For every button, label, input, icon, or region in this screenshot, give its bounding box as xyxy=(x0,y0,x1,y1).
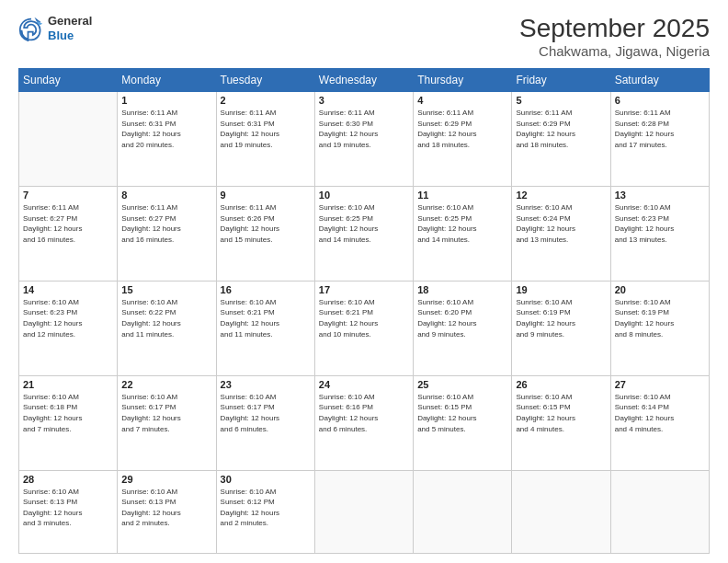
day-number: 6 xyxy=(615,95,705,106)
calendar-table: Sunday Monday Tuesday Wednesday Thursday… xyxy=(18,68,710,554)
day-number: 7 xyxy=(23,190,113,201)
table-row xyxy=(314,470,413,553)
day-info: Sunrise: 6:11 AM Sunset: 6:31 PM Dayligh… xyxy=(221,108,311,150)
day-number: 23 xyxy=(221,379,311,390)
general-blue-logo-icon xyxy=(18,16,44,41)
day-info: Sunrise: 6:10 AM Sunset: 6:15 PM Dayligh… xyxy=(417,392,507,434)
table-row: 23Sunrise: 6:10 AM Sunset: 6:17 PM Dayli… xyxy=(216,375,314,470)
day-number: 24 xyxy=(319,379,409,390)
day-info: Sunrise: 6:10 AM Sunset: 6:21 PM Dayligh… xyxy=(221,297,311,339)
day-number: 8 xyxy=(121,190,211,201)
table-row: 1Sunrise: 6:11 AM Sunset: 6:31 PM Daylig… xyxy=(118,92,216,187)
day-info: Sunrise: 6:10 AM Sunset: 6:17 PM Dayligh… xyxy=(221,392,311,434)
table-row: 29Sunrise: 6:10 AM Sunset: 6:13 PM Dayli… xyxy=(118,470,216,553)
day-number: 9 xyxy=(221,190,311,201)
table-row xyxy=(19,92,118,187)
title-block: September 2025 Chakwama, Jigawa, Nigeria xyxy=(519,14,710,59)
table-row: 19Sunrise: 6:10 AM Sunset: 6:19 PM Dayli… xyxy=(512,281,610,375)
day-number: 26 xyxy=(516,379,606,390)
day-number: 27 xyxy=(615,379,705,390)
day-info: Sunrise: 6:10 AM Sunset: 6:20 PM Dayligh… xyxy=(417,297,507,339)
table-row xyxy=(610,470,709,553)
table-row: 7Sunrise: 6:11 AM Sunset: 6:27 PM Daylig… xyxy=(19,186,118,281)
day-info: Sunrise: 6:10 AM Sunset: 6:13 PM Dayligh… xyxy=(121,487,211,529)
weekday-header-row: Sunday Monday Tuesday Wednesday Thursday… xyxy=(19,69,710,92)
day-number: 4 xyxy=(417,95,507,106)
day-number: 10 xyxy=(319,190,409,201)
day-info: Sunrise: 6:11 AM Sunset: 6:27 PM Dayligh… xyxy=(23,202,113,245)
table-row: 25Sunrise: 6:10 AM Sunset: 6:15 PM Dayli… xyxy=(414,375,512,470)
page: General Blue September 2025 Chakwama, Ji… xyxy=(0,0,728,563)
header-thursday: Thursday xyxy=(414,69,512,92)
day-info: Sunrise: 6:10 AM Sunset: 6:13 PM Dayligh… xyxy=(23,487,113,529)
day-number: 14 xyxy=(23,284,113,295)
day-info: Sunrise: 6:11 AM Sunset: 6:27 PM Dayligh… xyxy=(121,202,211,245)
table-row: 6Sunrise: 6:11 AM Sunset: 6:28 PM Daylig… xyxy=(610,92,709,187)
day-info: Sunrise: 6:10 AM Sunset: 6:25 PM Dayligh… xyxy=(417,202,507,245)
table-row: 22Sunrise: 6:10 AM Sunset: 6:17 PM Dayli… xyxy=(118,375,216,470)
table-row: 27Sunrise: 6:10 AM Sunset: 6:14 PM Dayli… xyxy=(610,375,709,470)
header-sunday: Sunday xyxy=(19,69,118,92)
day-number: 20 xyxy=(615,284,705,295)
day-number: 28 xyxy=(23,474,113,485)
day-info: Sunrise: 6:10 AM Sunset: 6:17 PM Dayligh… xyxy=(121,392,211,434)
table-row: 15Sunrise: 6:10 AM Sunset: 6:22 PM Dayli… xyxy=(118,281,216,375)
table-row: 30Sunrise: 6:10 AM Sunset: 6:12 PM Dayli… xyxy=(216,470,314,553)
day-info: Sunrise: 6:10 AM Sunset: 6:16 PM Dayligh… xyxy=(319,392,409,434)
day-number: 18 xyxy=(417,284,507,295)
table-row: 26Sunrise: 6:10 AM Sunset: 6:15 PM Dayli… xyxy=(512,375,610,470)
header: General Blue September 2025 Chakwama, Ji… xyxy=(18,14,710,59)
logo: General Blue xyxy=(18,14,92,42)
day-number: 5 xyxy=(516,95,606,106)
day-info: Sunrise: 6:10 AM Sunset: 6:14 PM Dayligh… xyxy=(615,392,705,434)
day-info: Sunrise: 6:11 AM Sunset: 6:29 PM Dayligh… xyxy=(516,108,606,150)
day-info: Sunrise: 6:10 AM Sunset: 6:22 PM Dayligh… xyxy=(121,297,211,339)
table-row: 28Sunrise: 6:10 AM Sunset: 6:13 PM Dayli… xyxy=(19,470,118,553)
day-number: 2 xyxy=(221,95,311,106)
day-info: Sunrise: 6:10 AM Sunset: 6:19 PM Dayligh… xyxy=(516,297,606,339)
day-number: 30 xyxy=(221,474,311,485)
table-row: 4Sunrise: 6:11 AM Sunset: 6:29 PM Daylig… xyxy=(414,92,512,187)
table-row: 21Sunrise: 6:10 AM Sunset: 6:18 PM Dayli… xyxy=(19,375,118,470)
table-row: 2Sunrise: 6:11 AM Sunset: 6:31 PM Daylig… xyxy=(216,92,314,187)
table-row: 13Sunrise: 6:10 AM Sunset: 6:23 PM Dayli… xyxy=(610,186,709,281)
day-info: Sunrise: 6:10 AM Sunset: 6:12 PM Dayligh… xyxy=(221,487,311,529)
day-number: 19 xyxy=(516,284,606,295)
day-info: Sunrise: 6:10 AM Sunset: 6:25 PM Dayligh… xyxy=(319,202,409,245)
header-friday: Friday xyxy=(512,69,610,92)
table-row: 17Sunrise: 6:10 AM Sunset: 6:21 PM Dayli… xyxy=(314,281,413,375)
logo-general: General xyxy=(48,14,92,29)
day-info: Sunrise: 6:10 AM Sunset: 6:23 PM Dayligh… xyxy=(615,202,705,245)
day-info: Sunrise: 6:11 AM Sunset: 6:30 PM Dayligh… xyxy=(319,108,409,150)
table-row: 20Sunrise: 6:10 AM Sunset: 6:19 PM Dayli… xyxy=(610,281,709,375)
location: Chakwama, Jigawa, Nigeria xyxy=(519,43,710,59)
table-row: 12Sunrise: 6:10 AM Sunset: 6:24 PM Dayli… xyxy=(512,186,610,281)
table-row: 14Sunrise: 6:10 AM Sunset: 6:23 PM Dayli… xyxy=(19,281,118,375)
header-wednesday: Wednesday xyxy=(314,69,413,92)
day-number: 22 xyxy=(121,379,211,390)
day-info: Sunrise: 6:11 AM Sunset: 6:29 PM Dayligh… xyxy=(417,108,507,150)
day-info: Sunrise: 6:10 AM Sunset: 6:19 PM Dayligh… xyxy=(615,297,705,339)
table-row: 8Sunrise: 6:11 AM Sunset: 6:27 PM Daylig… xyxy=(118,186,216,281)
table-row: 3Sunrise: 6:11 AM Sunset: 6:30 PM Daylig… xyxy=(314,92,413,187)
table-row: 16Sunrise: 6:10 AM Sunset: 6:21 PM Dayli… xyxy=(216,281,314,375)
day-number: 16 xyxy=(221,284,311,295)
header-saturday: Saturday xyxy=(610,69,709,92)
day-info: Sunrise: 6:11 AM Sunset: 6:26 PM Dayligh… xyxy=(221,202,311,245)
day-info: Sunrise: 6:10 AM Sunset: 6:21 PM Dayligh… xyxy=(319,297,409,339)
day-info: Sunrise: 6:11 AM Sunset: 6:28 PM Dayligh… xyxy=(615,108,705,150)
day-number: 13 xyxy=(615,190,705,201)
logo-text: General Blue xyxy=(48,14,92,42)
table-row: 9Sunrise: 6:11 AM Sunset: 6:26 PM Daylig… xyxy=(216,186,314,281)
day-number: 1 xyxy=(121,95,211,106)
header-tuesday: Tuesday xyxy=(216,69,314,92)
header-monday: Monday xyxy=(118,69,216,92)
month-title: September 2025 xyxy=(519,14,710,43)
day-number: 11 xyxy=(417,190,507,201)
day-number: 21 xyxy=(23,379,113,390)
day-info: Sunrise: 6:10 AM Sunset: 6:23 PM Dayligh… xyxy=(23,297,113,339)
day-number: 25 xyxy=(417,379,507,390)
day-number: 29 xyxy=(121,474,211,485)
table-row xyxy=(414,470,512,553)
day-number: 12 xyxy=(516,190,606,201)
